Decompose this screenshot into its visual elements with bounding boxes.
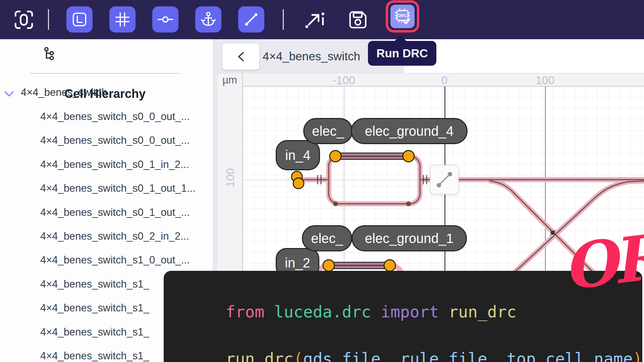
tooltip-label: Run DRC bbox=[376, 47, 428, 60]
tree-item[interactable]: 4×4_benes_switch_s0_0_out_... bbox=[40, 134, 215, 149]
port-label-elec-top: elec_ bbox=[303, 118, 353, 144]
toolbar: DRC bbox=[0, 0, 644, 39]
hierarchy-icon bbox=[43, 46, 57, 61]
toolbar-divider bbox=[48, 9, 49, 30]
export-arrow-icon bbox=[302, 8, 325, 32]
port-label-in4: in_4 bbox=[276, 140, 320, 170]
labels-toggle-button[interactable] bbox=[66, 6, 93, 33]
ruler-unit: µm bbox=[217, 73, 243, 86]
port-label-elec-ground-4: elec_ground_4 bbox=[351, 118, 468, 144]
code-token: gds_file bbox=[303, 349, 381, 362]
collapse-sidebar-button[interactable] bbox=[222, 44, 259, 70]
crossing-marker bbox=[550, 230, 555, 235]
grid-icon bbox=[114, 11, 131, 28]
tree-item[interactable]: 4×4_benes_switch_s0_1_in_2... bbox=[40, 159, 215, 173]
code-token: from bbox=[226, 302, 274, 321]
tab-label: 4×4_benes_switch bbox=[263, 39, 360, 73]
tree-item[interactable]: 4×4_benes_switch_s0_0_out_... bbox=[40, 111, 215, 125]
toolbar-divider bbox=[283, 9, 284, 30]
ruler-tick: 100 bbox=[217, 165, 244, 190]
save-floppy-icon bbox=[346, 8, 370, 32]
fit-view-icon bbox=[12, 8, 36, 32]
drc-chip-icon: DRC bbox=[393, 7, 412, 26]
save-button[interactable] bbox=[346, 8, 370, 32]
tree-item[interactable]: 4×4_benes_switch_s0_1_out_1... bbox=[40, 182, 215, 197]
code-token: top_cell_name bbox=[507, 349, 633, 362]
code-token: ) bbox=[633, 349, 642, 362]
port-label-elec-ground-1: elec_ground_1 bbox=[352, 225, 467, 251]
export-button[interactable] bbox=[302, 8, 325, 32]
label-l-icon bbox=[71, 11, 88, 28]
line-tool-button[interactable] bbox=[238, 6, 264, 33]
code-token: import bbox=[371, 302, 448, 321]
tree-root-item[interactable]: 4×4_benes_switch bbox=[21, 86, 107, 99]
line-icon bbox=[243, 11, 260, 28]
run-drc-tooltip: Run DRC bbox=[368, 41, 436, 66]
panel-divider bbox=[30, 73, 180, 74]
ruler-tick: -100 bbox=[324, 74, 364, 87]
anchor-icon bbox=[200, 11, 217, 28]
run-drc-button[interactable]: DRC bbox=[390, 5, 415, 28]
tree-item[interactable]: 4×4_benes_switch_s1_0_out_... bbox=[40, 254, 215, 269]
code-token: rule_file bbox=[400, 349, 487, 362]
svg-text:DRC: DRC bbox=[398, 13, 407, 18]
anchors-toggle-button[interactable] bbox=[195, 6, 221, 33]
ruler-tick: 100 bbox=[525, 74, 565, 87]
code-token: run_drc bbox=[226, 349, 293, 362]
code-token: ( bbox=[293, 349, 303, 362]
tree-item[interactable]: 4×4_benes_switch_s0_1_out_... bbox=[40, 206, 215, 221]
code-token: run_drc bbox=[448, 302, 516, 321]
switch-state-button[interactable] bbox=[430, 165, 459, 194]
ruler-tick: 0 bbox=[424, 74, 465, 87]
or-annotation: OR bbox=[559, 226, 644, 299]
ports-toggle-button[interactable] bbox=[152, 6, 178, 33]
port-label-elec-bottom: elec_ bbox=[302, 225, 352, 251]
code-token: , bbox=[487, 349, 507, 362]
port-icon bbox=[157, 11, 174, 28]
tree-item[interactable]: 4×4_benes_switch_s0_2_in_2... bbox=[40, 230, 215, 245]
code-token: luceda.drc bbox=[274, 302, 371, 321]
fit-view-button[interactable] bbox=[12, 8, 36, 32]
grid-toggle-button[interactable] bbox=[109, 6, 136, 33]
code-token: , bbox=[381, 349, 400, 362]
code-line-2: run_drc(gds_file, rule_file, top_cell_na… bbox=[187, 330, 636, 351]
chevron-left-icon bbox=[235, 50, 247, 63]
chevron-down-icon[interactable] bbox=[3, 88, 15, 100]
switch-cross-state-icon bbox=[433, 169, 455, 191]
